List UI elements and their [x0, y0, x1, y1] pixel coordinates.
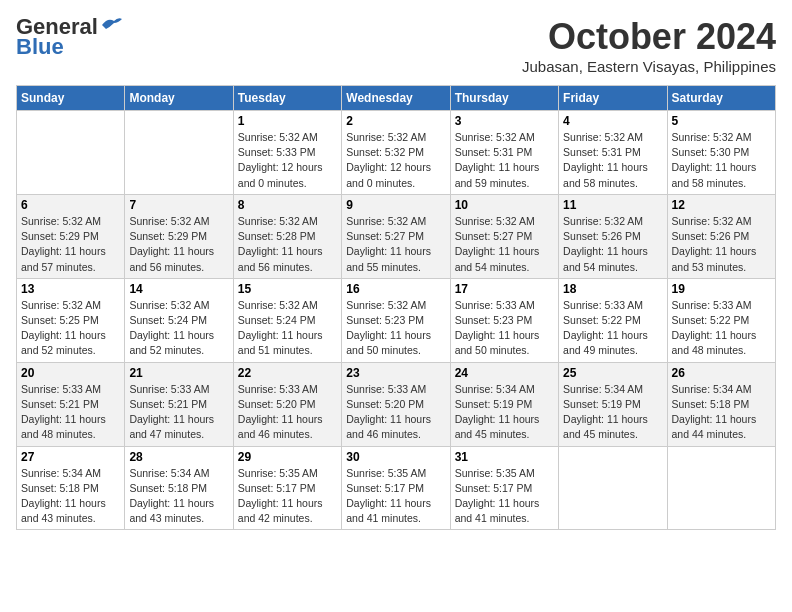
day-number: 29 — [238, 450, 337, 464]
calendar-cell: 5Sunrise: 5:32 AM Sunset: 5:30 PM Daylig… — [667, 111, 775, 195]
day-info: Sunrise: 5:32 AM Sunset: 5:31 PM Dayligh… — [563, 130, 662, 191]
day-number: 13 — [21, 282, 120, 296]
calendar-cell — [559, 446, 667, 530]
calendar-cell: 4Sunrise: 5:32 AM Sunset: 5:31 PM Daylig… — [559, 111, 667, 195]
weekday-header-saturday: Saturday — [667, 86, 775, 111]
day-number: 1 — [238, 114, 337, 128]
day-info: Sunrise: 5:32 AM Sunset: 5:28 PM Dayligh… — [238, 214, 337, 275]
month-title: October 2024 — [522, 16, 776, 58]
weekday-header-tuesday: Tuesday — [233, 86, 341, 111]
day-number: 22 — [238, 366, 337, 380]
day-number: 20 — [21, 366, 120, 380]
day-info: Sunrise: 5:33 AM Sunset: 5:20 PM Dayligh… — [346, 382, 445, 443]
day-info: Sunrise: 5:33 AM Sunset: 5:22 PM Dayligh… — [672, 298, 771, 359]
day-number: 10 — [455, 198, 554, 212]
calendar-week-row: 20Sunrise: 5:33 AM Sunset: 5:21 PM Dayli… — [17, 362, 776, 446]
calendar-cell: 21Sunrise: 5:33 AM Sunset: 5:21 PM Dayli… — [125, 362, 233, 446]
weekday-header-wednesday: Wednesday — [342, 86, 450, 111]
day-number: 6 — [21, 198, 120, 212]
day-info: Sunrise: 5:32 AM Sunset: 5:23 PM Dayligh… — [346, 298, 445, 359]
day-info: Sunrise: 5:34 AM Sunset: 5:18 PM Dayligh… — [672, 382, 771, 443]
logo-blue-text: Blue — [16, 36, 64, 58]
calendar-cell: 11Sunrise: 5:32 AM Sunset: 5:26 PM Dayli… — [559, 194, 667, 278]
logo-bird-icon — [100, 15, 122, 33]
calendar-cell: 3Sunrise: 5:32 AM Sunset: 5:31 PM Daylig… — [450, 111, 558, 195]
calendar-cell: 15Sunrise: 5:32 AM Sunset: 5:24 PM Dayli… — [233, 278, 341, 362]
weekday-header-thursday: Thursday — [450, 86, 558, 111]
day-number: 23 — [346, 366, 445, 380]
day-info: Sunrise: 5:34 AM Sunset: 5:18 PM Dayligh… — [21, 466, 120, 527]
calendar-cell: 20Sunrise: 5:33 AM Sunset: 5:21 PM Dayli… — [17, 362, 125, 446]
weekday-header-friday: Friday — [559, 86, 667, 111]
weekday-header-monday: Monday — [125, 86, 233, 111]
day-info: Sunrise: 5:32 AM Sunset: 5:24 PM Dayligh… — [238, 298, 337, 359]
day-number: 7 — [129, 198, 228, 212]
page-header: General Blue October 2024 Jubasan, Easte… — [16, 16, 776, 75]
calendar-cell: 9Sunrise: 5:32 AM Sunset: 5:27 PM Daylig… — [342, 194, 450, 278]
day-number: 12 — [672, 198, 771, 212]
day-number: 5 — [672, 114, 771, 128]
calendar-cell: 27Sunrise: 5:34 AM Sunset: 5:18 PM Dayli… — [17, 446, 125, 530]
calendar-cell: 16Sunrise: 5:32 AM Sunset: 5:23 PM Dayli… — [342, 278, 450, 362]
calendar-week-row: 6Sunrise: 5:32 AM Sunset: 5:29 PM Daylig… — [17, 194, 776, 278]
day-number: 31 — [455, 450, 554, 464]
calendar-cell: 8Sunrise: 5:32 AM Sunset: 5:28 PM Daylig… — [233, 194, 341, 278]
day-number: 19 — [672, 282, 771, 296]
calendar-cell: 30Sunrise: 5:35 AM Sunset: 5:17 PM Dayli… — [342, 446, 450, 530]
day-number: 30 — [346, 450, 445, 464]
logo: General Blue — [16, 16, 122, 58]
day-info: Sunrise: 5:33 AM Sunset: 5:21 PM Dayligh… — [129, 382, 228, 443]
day-number: 15 — [238, 282, 337, 296]
day-info: Sunrise: 5:34 AM Sunset: 5:18 PM Dayligh… — [129, 466, 228, 527]
calendar-cell: 29Sunrise: 5:35 AM Sunset: 5:17 PM Dayli… — [233, 446, 341, 530]
calendar-cell: 1Sunrise: 5:32 AM Sunset: 5:33 PM Daylig… — [233, 111, 341, 195]
calendar-cell: 13Sunrise: 5:32 AM Sunset: 5:25 PM Dayli… — [17, 278, 125, 362]
day-number: 18 — [563, 282, 662, 296]
day-info: Sunrise: 5:32 AM Sunset: 5:32 PM Dayligh… — [346, 130, 445, 191]
day-number: 26 — [672, 366, 771, 380]
day-info: Sunrise: 5:33 AM Sunset: 5:23 PM Dayligh… — [455, 298, 554, 359]
calendar-cell: 10Sunrise: 5:32 AM Sunset: 5:27 PM Dayli… — [450, 194, 558, 278]
day-number: 4 — [563, 114, 662, 128]
calendar-cell: 22Sunrise: 5:33 AM Sunset: 5:20 PM Dayli… — [233, 362, 341, 446]
calendar-week-row: 1Sunrise: 5:32 AM Sunset: 5:33 PM Daylig… — [17, 111, 776, 195]
day-number: 2 — [346, 114, 445, 128]
day-number: 21 — [129, 366, 228, 380]
day-info: Sunrise: 5:32 AM Sunset: 5:25 PM Dayligh… — [21, 298, 120, 359]
day-info: Sunrise: 5:32 AM Sunset: 5:30 PM Dayligh… — [672, 130, 771, 191]
day-info: Sunrise: 5:32 AM Sunset: 5:29 PM Dayligh… — [129, 214, 228, 275]
calendar-cell: 28Sunrise: 5:34 AM Sunset: 5:18 PM Dayli… — [125, 446, 233, 530]
calendar-table: SundayMondayTuesdayWednesdayThursdayFrid… — [16, 85, 776, 530]
day-number: 25 — [563, 366, 662, 380]
day-info: Sunrise: 5:32 AM Sunset: 5:24 PM Dayligh… — [129, 298, 228, 359]
calendar-cell: 31Sunrise: 5:35 AM Sunset: 5:17 PM Dayli… — [450, 446, 558, 530]
day-info: Sunrise: 5:33 AM Sunset: 5:20 PM Dayligh… — [238, 382, 337, 443]
calendar-cell — [125, 111, 233, 195]
day-info: Sunrise: 5:35 AM Sunset: 5:17 PM Dayligh… — [346, 466, 445, 527]
calendar-week-row: 13Sunrise: 5:32 AM Sunset: 5:25 PM Dayli… — [17, 278, 776, 362]
day-number: 8 — [238, 198, 337, 212]
weekday-header-row: SundayMondayTuesdayWednesdayThursdayFrid… — [17, 86, 776, 111]
day-number: 3 — [455, 114, 554, 128]
day-info: Sunrise: 5:32 AM Sunset: 5:33 PM Dayligh… — [238, 130, 337, 191]
day-info: Sunrise: 5:32 AM Sunset: 5:26 PM Dayligh… — [672, 214, 771, 275]
day-number: 28 — [129, 450, 228, 464]
calendar-cell: 17Sunrise: 5:33 AM Sunset: 5:23 PM Dayli… — [450, 278, 558, 362]
day-number: 17 — [455, 282, 554, 296]
day-info: Sunrise: 5:35 AM Sunset: 5:17 PM Dayligh… — [455, 466, 554, 527]
day-info: Sunrise: 5:32 AM Sunset: 5:26 PM Dayligh… — [563, 214, 662, 275]
calendar-cell: 7Sunrise: 5:32 AM Sunset: 5:29 PM Daylig… — [125, 194, 233, 278]
location-title: Jubasan, Eastern Visayas, Philippines — [522, 58, 776, 75]
day-number: 14 — [129, 282, 228, 296]
day-info: Sunrise: 5:33 AM Sunset: 5:22 PM Dayligh… — [563, 298, 662, 359]
calendar-cell: 18Sunrise: 5:33 AM Sunset: 5:22 PM Dayli… — [559, 278, 667, 362]
day-info: Sunrise: 5:34 AM Sunset: 5:19 PM Dayligh… — [455, 382, 554, 443]
calendar-week-row: 27Sunrise: 5:34 AM Sunset: 5:18 PM Dayli… — [17, 446, 776, 530]
title-area: October 2024 Jubasan, Eastern Visayas, P… — [522, 16, 776, 75]
calendar-cell — [667, 446, 775, 530]
day-info: Sunrise: 5:32 AM Sunset: 5:29 PM Dayligh… — [21, 214, 120, 275]
calendar-cell — [17, 111, 125, 195]
day-info: Sunrise: 5:32 AM Sunset: 5:27 PM Dayligh… — [346, 214, 445, 275]
calendar-cell: 14Sunrise: 5:32 AM Sunset: 5:24 PM Dayli… — [125, 278, 233, 362]
calendar-cell: 26Sunrise: 5:34 AM Sunset: 5:18 PM Dayli… — [667, 362, 775, 446]
